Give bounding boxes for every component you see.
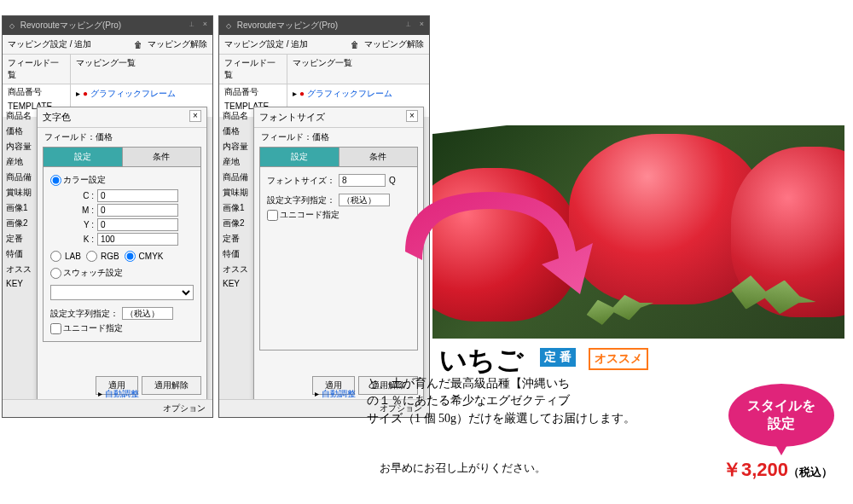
- red-dot-icon: [299, 89, 307, 98]
- field-item[interactable]: 商品備: [219, 170, 252, 185]
- col-mapping[interactable]: マッピング一覧: [287, 55, 429, 84]
- k-input[interactable]: [97, 233, 178, 246]
- str-label: 設定文字列指定：: [267, 194, 335, 206]
- mapping-panel-left: Revorouteマッピング(Pro) ⟂ × マッピング設定 / 追加 🗑 マ…: [2, 15, 213, 418]
- unicode-check[interactable]: ユニコード指定: [50, 323, 123, 333]
- swatch-radio[interactable]: スウォッチ設定: [50, 268, 123, 277]
- graphic-frame-item[interactable]: グラフィックフレーム: [293, 88, 424, 100]
- field-item[interactable]: 商品名: [3, 108, 35, 124]
- col-fields[interactable]: フィールド一覧: [219, 55, 287, 84]
- str-input[interactable]: [122, 307, 173, 320]
- dialog-tabs: 設定 条件: [43, 147, 201, 167]
- field-item[interactable]: 内容量: [3, 139, 35, 154]
- field-item[interactable]: 商品番号: [219, 84, 287, 100]
- cmyk-radio[interactable]: CMYK: [125, 251, 164, 262]
- field-item[interactable]: 商品番号: [3, 84, 70, 100]
- tab-setting[interactable]: 設定: [259, 147, 339, 167]
- red-dot-icon: [83, 89, 90, 98]
- release-button[interactable]: 適用解除: [142, 376, 201, 395]
- col-mapping[interactable]: マッピング一覧: [71, 55, 212, 84]
- y-label: Y :: [50, 220, 97, 229]
- release-label[interactable]: マッピング解除: [364, 38, 424, 50]
- trash-icon[interactable]: 🗑: [351, 40, 359, 49]
- field-item[interactable]: 画像2: [3, 216, 35, 231]
- tab-condition[interactable]: 条件: [339, 147, 419, 167]
- field-item[interactable]: 商品備: [3, 170, 35, 185]
- list-header: フィールド一覧 マッピング一覧: [219, 55, 429, 84]
- close-icon[interactable]: ×: [189, 110, 201, 122]
- field-item[interactable]: 定番: [3, 231, 35, 246]
- field-item[interactable]: 画像1: [219, 200, 252, 216]
- y-input[interactable]: [97, 218, 178, 231]
- fs-input[interactable]: [339, 174, 386, 187]
- tab-condition[interactable]: 条件: [123, 147, 202, 167]
- list-header: フィールド一覧 マッピング一覧: [3, 55, 212, 84]
- panel-toolbar: マッピング設定 / 追加 🗑 マッピング解除: [3, 35, 212, 55]
- dialog-title-bar[interactable]: 文字色 ×: [38, 107, 206, 128]
- panel-toolbar: マッピング設定 / 追加 🗑 マッピング解除: [219, 35, 429, 55]
- field-item[interactable]: 賞味期: [219, 185, 252, 200]
- dialog-tabs: 設定 条件: [259, 147, 418, 167]
- setting-add-label[interactable]: マッピング設定 / 追加: [8, 38, 91, 50]
- field-item[interactable]: KEY: [219, 277, 252, 290]
- field-item[interactable]: 内容量: [219, 139, 252, 154]
- panel-tab-header[interactable]: Revorouteマッピング(Pro) ⟂ ×: [219, 16, 429, 35]
- pin-icon[interactable]: ⟂: [406, 20, 410, 28]
- str-input[interactable]: [339, 194, 390, 206]
- field-item[interactable]: 特価: [219, 246, 252, 262]
- field-item[interactable]: 画像1: [3, 200, 35, 216]
- side-field-list: 商品名 価格 内容量 産地 商品備 賞味期 画像1 画像2 定番 特価 オスス …: [3, 108, 35, 290]
- m-input[interactable]: [97, 204, 178, 217]
- callout-tail-icon: [775, 443, 788, 455]
- field-item[interactable]: KEY: [3, 277, 35, 290]
- color-setting-radio[interactable]: カラー設定: [50, 175, 106, 184]
- auto-adjust-item[interactable]: 自動調整: [315, 388, 356, 400]
- swatch-select[interactable]: [50, 285, 194, 300]
- field-item[interactable]: 産地: [219, 154, 252, 170]
- k-label: K :: [50, 235, 97, 244]
- field-item[interactable]: オスス: [219, 262, 252, 277]
- dialog-title: 文字色: [43, 112, 71, 122]
- panel-title: Revorouteマッピング(Pro): [20, 20, 121, 30]
- panel-tab-header[interactable]: Revorouteマッピング(Pro) ⟂ ×: [3, 16, 212, 35]
- field-item[interactable]: 価格: [3, 124, 35, 139]
- field-label: フィールド：価格: [254, 128, 423, 147]
- auto-adjust-item[interactable]: 自動調整: [98, 388, 139, 400]
- callout-bubble: スタイルを 設定: [728, 384, 834, 447]
- dialog-body: カラー設定 C : M : Y : K : LAB RGB CMYK スウォッチ…: [43, 167, 201, 342]
- pin-icon[interactable]: ⟂: [189, 20, 194, 28]
- c-label: C :: [50, 191, 97, 200]
- char-color-dialog: 文字色 × フィールド：価格 設定 条件 カラー設定 C : M : Y : K…: [37, 107, 207, 401]
- option-footer[interactable]: オプション: [3, 399, 212, 417]
- c-input[interactable]: [97, 189, 178, 202]
- arrow-icon: [388, 183, 618, 303]
- field-item[interactable]: 画像2: [219, 216, 252, 231]
- unicode-check[interactable]: ユニコード指定: [267, 210, 339, 219]
- field-item[interactable]: 価格: [219, 124, 252, 139]
- product-description: と、土が育んだ最高級品種【沖縄いち の１％にあたる希少なエグゼクティブ サイズ（…: [367, 375, 635, 427]
- panel-title: Revorouteマッピング(Pro): [237, 20, 338, 30]
- dialog-title-bar[interactable]: フォントサイズ ×: [254, 107, 423, 128]
- field-item[interactable]: 商品名: [219, 108, 252, 124]
- product-note: お早めにお召し上がりください。: [380, 461, 546, 476]
- rgb-radio[interactable]: RGB: [86, 251, 119, 262]
- fs-label: フォントサイズ：: [267, 175, 335, 187]
- trash-icon[interactable]: 🗑: [134, 40, 142, 49]
- close-icon[interactable]: ×: [420, 20, 424, 28]
- side-field-list: 商品名 価格 内容量 産地 商品備 賞味期 画像1 画像2 定番 特価 オスス …: [219, 108, 252, 290]
- col-fields[interactable]: フィールド一覧: [3, 55, 71, 84]
- setting-add-label[interactable]: マッピング設定 / 追加: [224, 38, 308, 50]
- close-icon[interactable]: ×: [203, 20, 207, 28]
- graphic-frame-item[interactable]: グラフィックフレーム: [76, 88, 207, 100]
- field-item[interactable]: オスス: [3, 262, 35, 277]
- field-item[interactable]: 賞味期: [3, 185, 35, 200]
- badge-osusume: オススメ: [589, 348, 648, 370]
- field-item[interactable]: 特価: [3, 246, 35, 262]
- lab-radio[interactable]: LAB: [50, 251, 81, 262]
- dialog-title: フォントサイズ: [259, 112, 325, 122]
- field-item[interactable]: 定番: [219, 231, 252, 246]
- field-item[interactable]: 産地: [3, 154, 35, 170]
- close-icon[interactable]: ×: [406, 110, 418, 122]
- release-label[interactable]: マッピング解除: [148, 38, 207, 50]
- tab-setting[interactable]: 設定: [43, 147, 123, 167]
